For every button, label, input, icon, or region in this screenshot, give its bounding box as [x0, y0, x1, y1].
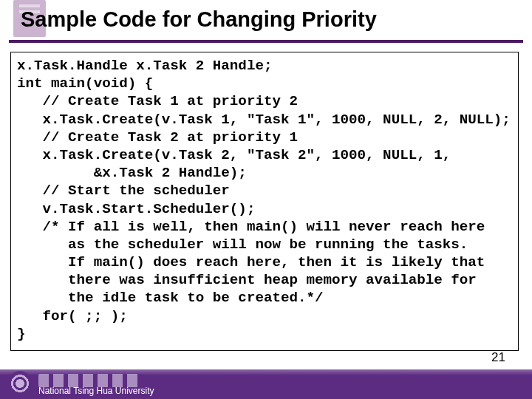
slide-title: Sample Code for Changing Priority [21, 7, 377, 32]
university-seal-icon [7, 371, 33, 396]
code-sample-box: x.Task.Handle x.Task 2 Handle; int main(… [10, 52, 519, 351]
slide-root: Sample Code for Changing Priority x.Task… [0, 0, 532, 399]
code-sample-text: x.Task.Handle x.Task 2 Handle; int main(… [17, 57, 512, 343]
footer-bar: National Tsing Hua University [0, 369, 532, 399]
title-underline [9, 40, 523, 43]
page-number: 21 [491, 350, 505, 365]
university-name-english: National Tsing Hua University [38, 386, 154, 396]
